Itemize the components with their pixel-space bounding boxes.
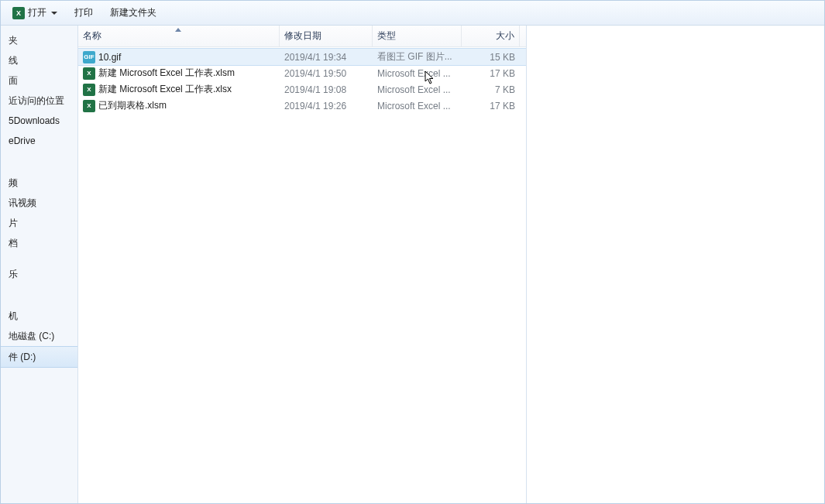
file-name-cell: X新建 Microsoft Excel 工作表.xlsm	[78, 67, 280, 80]
file-name-label: 已到期表格.xlsm	[98, 99, 167, 112]
file-row[interactable]: X新建 Microsoft Excel 工作表.xlsx2019/4/1 19:…	[78, 81, 526, 98]
file-size-cell: 15 KB	[462, 52, 520, 63]
nav-item[interactable]: 机	[1, 306, 77, 326]
file-name-label: 10.gif	[98, 52, 121, 63]
file-name-label: 新建 Microsoft Excel 工作表.xlsx	[98, 83, 232, 96]
nav-sidebar: 夹线面近访问的位置5DownloadseDrive频讯视频片档乐机地磁盘 (C:…	[1, 26, 78, 503]
column-size-label: 大小	[496, 29, 514, 43]
nav-item[interactable]: 地磁盘 (C:)	[1, 326, 77, 346]
excel-file-icon: X	[83, 67, 95, 80]
new-folder-label: 新建文件夹	[110, 6, 156, 19]
column-type[interactable]: 类型	[373, 26, 462, 46]
toolbar: X 打开 打印 新建文件夹	[1, 1, 824, 26]
file-size-cell: 17 KB	[462, 68, 520, 79]
nav-item[interactable]: 夹	[1, 30, 77, 50]
body: 夹线面近访问的位置5DownloadseDrive频讯视频片档乐机地磁盘 (C:…	[1, 26, 824, 503]
nav-item[interactable]: 近访问的位置	[1, 91, 77, 111]
nav-item-label: 档	[9, 238, 18, 249]
nav-item[interactable]: 乐	[1, 264, 77, 284]
nav-item-label: 5Downloads	[9, 115, 60, 126]
nav-spacer	[1, 295, 77, 306]
column-name-label: 名称	[83, 29, 101, 43]
file-type-cell: Microsoft Excel ...	[373, 68, 462, 79]
nav-item-label: 频	[9, 177, 18, 188]
nav-item-label: 件 (D:)	[9, 351, 36, 362]
nav-item[interactable]: 面	[1, 70, 77, 91]
nav-item-label: 线	[9, 55, 18, 66]
nav-item[interactable]: 5Downloads	[1, 111, 77, 131]
file-modified-cell: 2019/4/1 19:34	[280, 52, 373, 63]
nav-item[interactable]: 档	[1, 233, 77, 253]
nav-item-label: 夹	[9, 35, 18, 46]
excel-file-icon: X	[83, 100, 95, 112]
new-folder-button[interactable]: 新建文件夹	[103, 3, 163, 22]
nav-item[interactable]: 线	[1, 50, 77, 70]
file-rows: GIF10.gif2019/4/1 19:34看图王 GIF 图片...15 K…	[78, 47, 526, 503]
column-name[interactable]: 名称	[78, 26, 280, 46]
nav-item-label: 面	[9, 75, 18, 86]
preview-pane	[526, 26, 824, 503]
open-button[interactable]: X 打开	[5, 3, 64, 22]
file-name-label: 新建 Microsoft Excel 工作表.xlsm	[98, 67, 235, 80]
nav-spacer	[1, 162, 77, 173]
column-headers: 名称 修改日期 类型 大小	[78, 26, 526, 47]
gif-file-icon: GIF	[83, 51, 95, 63]
nav-item-label: eDrive	[9, 135, 36, 146]
file-modified-cell: 2019/4/1 19:26	[280, 101, 373, 111]
explorer-window: X 打开 打印 新建文件夹 夹线面近访问的位置5DownloadseDrive频…	[0, 0, 825, 504]
chevron-down-icon	[51, 12, 57, 15]
nav-item[interactable]: 片	[1, 213, 77, 233]
column-modified-label: 修改日期	[284, 29, 321, 43]
file-row[interactable]: X新建 Microsoft Excel 工作表.xlsm2019/4/1 19:…	[78, 65, 526, 81]
file-type-cell: Microsoft Excel ...	[373, 84, 462, 95]
column-size[interactable]: 大小	[462, 26, 520, 46]
file-type-cell: 看图王 GIF 图片...	[373, 50, 462, 63]
print-label: 打印	[74, 6, 93, 19]
nav-item-label: 地磁盘 (C:)	[9, 331, 54, 341]
excel-file-icon: X	[83, 84, 95, 96]
open-label: 打开	[28, 6, 46, 19]
nav-item[interactable]: eDrive	[1, 131, 77, 151]
nav-item-label: 近访问的位置	[9, 95, 64, 106]
file-modified-cell: 2019/4/1 19:50	[280, 68, 373, 79]
file-name-cell: GIF10.gif	[78, 51, 280, 63]
file-row[interactable]: X已到期表格.xlsm2019/4/1 19:26Microsoft Excel…	[78, 98, 526, 114]
sort-ascending-icon	[175, 28, 181, 32]
nav-spacer	[1, 151, 77, 162]
file-size-cell: 7 KB	[462, 84, 520, 95]
nav-item[interactable]: 讯视频	[1, 193, 77, 213]
excel-icon: X	[12, 7, 25, 19]
nav-item-label: 机	[9, 310, 18, 321]
file-name-cell: X已到期表格.xlsm	[78, 99, 280, 112]
nav-item-label: 乐	[9, 269, 18, 279]
nav-item[interactable]: 件 (D:)	[1, 346, 77, 368]
file-list-pane: 名称 修改日期 类型 大小 GIF10.gif2019/4/1 19:34看图王…	[78, 26, 526, 503]
file-type-cell: Microsoft Excel ...	[373, 101, 462, 111]
nav-spacer	[1, 253, 77, 264]
column-modified[interactable]: 修改日期	[280, 26, 373, 46]
nav-item[interactable]: 频	[1, 173, 77, 193]
column-type-label: 类型	[377, 29, 396, 43]
file-row[interactable]: GIF10.gif2019/4/1 19:34看图王 GIF 图片...15 K…	[78, 49, 526, 65]
file-name-cell: X新建 Microsoft Excel 工作表.xlsx	[78, 83, 280, 96]
nav-item-label: 片	[9, 218, 18, 228]
nav-item-label: 讯视频	[9, 197, 36, 208]
nav-spacer	[1, 284, 77, 295]
file-modified-cell: 2019/4/1 19:08	[280, 84, 373, 95]
file-size-cell: 17 KB	[462, 101, 520, 111]
print-button[interactable]: 打印	[67, 3, 100, 22]
